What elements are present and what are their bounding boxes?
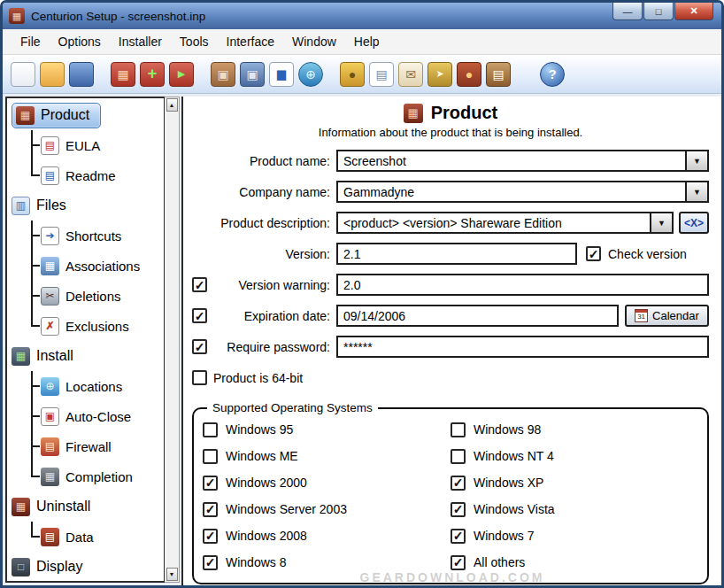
- sidebar-item-exclusions[interactable]: ✗ Exclusions: [7, 311, 164, 341]
- scroll-down-icon[interactable]: ▼: [166, 568, 178, 581]
- os-row: ✓ Windows 2000: [203, 469, 451, 496]
- sidebar-item-deletions[interactable]: ✂ Deletions: [7, 281, 164, 311]
- menu-options[interactable]: Options: [50, 31, 110, 52]
- version-input[interactable]: [336, 243, 577, 265]
- completion-icon: ▦: [41, 468, 59, 486]
- product-description-input[interactable]: [338, 213, 650, 232]
- os-row: Windows 98: [451, 416, 698, 443]
- os-label: Windows XP: [474, 476, 543, 490]
- website-icon[interactable]: ⊕: [298, 62, 323, 87]
- os-row: Windows 95: [203, 416, 451, 443]
- windows-me-checkbox[interactable]: [203, 449, 218, 464]
- sidebar-item-label: Firewall: [65, 439, 112, 454]
- locations-globe-icon: ⊕: [41, 377, 59, 396]
- sidebar-item-label: Uninstall: [36, 499, 90, 514]
- toolbar: ▦ + ▶ ▣ ▣ ▆ ⊕ ● ▤ ✉ ➤ ● ▤ ?: [3, 55, 721, 94]
- windows-7-checkbox[interactable]: ✓: [451, 529, 466, 544]
- sidebar-scrollbar[interactable]: ▲ ▼: [165, 97, 180, 583]
- shortcuts-icon: ➔: [41, 227, 59, 245]
- expiration-date-checkbox[interactable]: ✓: [192, 308, 207, 323]
- statistics-icon[interactable]: ▆: [269, 62, 294, 87]
- sidebar-item-uninstall[interactable]: ▦ Uninstall: [7, 491, 164, 522]
- sidebar-item-readme[interactable]: ▤ Readme: [7, 160, 164, 190]
- open-folder-icon[interactable]: [40, 62, 65, 87]
- compile-icon[interactable]: ▦: [111, 62, 135, 87]
- windows-2008-checkbox[interactable]: ✓: [203, 529, 218, 544]
- sidebar-item-label: Associations: [65, 259, 140, 274]
- maximize-button[interactable]: □: [643, 3, 674, 20]
- product-name-dropdown-icon[interactable]: ▼: [685, 151, 707, 170]
- windows-2000-checkbox[interactable]: ✓: [203, 476, 218, 491]
- menu-installer[interactable]: Installer: [110, 31, 171, 52]
- version-label: Version:: [213, 247, 330, 261]
- minimize-button[interactable]: —: [612, 3, 643, 20]
- windows-95-checkbox[interactable]: [203, 422, 218, 437]
- compile-add-icon[interactable]: +: [140, 62, 165, 87]
- help-icon[interactable]: ?: [540, 62, 565, 87]
- product-name-input[interactable]: [338, 151, 685, 170]
- sidebar-item-eula[interactable]: ▤ EULA: [7, 130, 164, 160]
- sidebar-item-label: Completion: [65, 469, 133, 484]
- archive-icon[interactable]: ●: [457, 62, 481, 87]
- sidebar-item-locations[interactable]: ⊕ Locations: [7, 371, 164, 401]
- insert-variable-button[interactable]: <X>: [679, 212, 709, 234]
- clipboard-icon[interactable]: ▤: [486, 62, 511, 87]
- require-password-checkbox[interactable]: ✓: [192, 339, 207, 354]
- password-input[interactable]: [336, 336, 709, 358]
- calendar-button[interactable]: 31 Calendar: [625, 305, 709, 327]
- menu-help[interactable]: Help: [345, 31, 389, 52]
- os-label: Windows ME: [226, 449, 298, 463]
- product-64bit-checkbox[interactable]: [192, 370, 207, 385]
- email-icon[interactable]: ✉: [398, 62, 423, 87]
- page-subtitle: Information about the product that is be…: [192, 126, 709, 139]
- os-label: Windows 2000: [226, 476, 307, 490]
- company-name-input[interactable]: [338, 182, 685, 201]
- calendar-icon-day: 31: [635, 313, 647, 321]
- backup-icon[interactable]: ▣: [240, 62, 265, 87]
- sidebar-item-data[interactable]: ▤ Data: [7, 522, 164, 552]
- sidebar-item-label: Data: [65, 530, 94, 545]
- menu-window[interactable]: Window: [283, 31, 345, 52]
- windows-xp-checkbox[interactable]: ✓: [451, 476, 466, 491]
- close-button[interactable]: ✕: [674, 3, 713, 20]
- sidebar-item-files[interactable]: ▥ Files: [7, 190, 164, 220]
- windows-nt4-checkbox[interactable]: [451, 449, 466, 464]
- sidebar-item-product[interactable]: ▦ Product: [7, 100, 164, 130]
- windows-server-2003-checkbox[interactable]: ✓: [203, 502, 218, 517]
- calendar-icon: 31: [635, 309, 648, 322]
- product-description-dropdown-icon[interactable]: ▼: [650, 213, 672, 232]
- company-name-dropdown-icon[interactable]: ▼: [685, 182, 707, 201]
- expiration-date-input[interactable]: [336, 305, 619, 327]
- windows-8-checkbox[interactable]: ✓: [203, 555, 218, 570]
- windows-98-checkbox[interactable]: [451, 422, 466, 437]
- menu-interface[interactable]: Interface: [218, 31, 283, 52]
- save-icon[interactable]: [69, 62, 94, 87]
- sidebar-item-shortcuts[interactable]: ➔ Shortcuts: [7, 220, 164, 251]
- scroll-up-icon[interactable]: ▲: [166, 98, 178, 112]
- lock-icon[interactable]: ●: [340, 62, 365, 87]
- sidebar-item-label: Files: [36, 197, 66, 213]
- check-version-checkbox[interactable]: ✓: [586, 246, 601, 261]
- new-file-icon[interactable]: [11, 62, 35, 87]
- sidebar-item-install[interactable]: ▦ Install: [7, 341, 164, 371]
- uninstall-icon: ▦: [12, 498, 30, 516]
- windows-vista-checkbox[interactable]: ✓: [451, 502, 466, 517]
- sidebar-item-display[interactable]: □ Display: [7, 552, 164, 582]
- sidebar-item-completion[interactable]: ▦ Completion: [7, 461, 164, 491]
- menu-file[interactable]: File: [12, 31, 50, 52]
- app-icon: ▦: [9, 8, 25, 24]
- all-others-checkbox[interactable]: ✓: [451, 555, 466, 570]
- key-icon[interactable]: ➤: [427, 62, 452, 87]
- sidebar-item-firewall[interactable]: ▤ Firewall: [7, 431, 164, 461]
- supported-os-groupbox: Supported Operating Systems Windows 95 W…: [192, 401, 709, 584]
- package-icon[interactable]: ▣: [211, 62, 235, 87]
- copy-icon[interactable]: ▤: [369, 62, 394, 87]
- menu-tools[interactable]: Tools: [171, 31, 218, 52]
- version-warning-checkbox[interactable]: ✓: [192, 277, 207, 292]
- sidebar-item-auto-close[interactable]: ▣ Auto-Close: [7, 401, 164, 431]
- menubar: File Options Installer Tools Interface W…: [3, 29, 721, 55]
- sidebar-item-label: Deletions: [65, 289, 121, 304]
- sidebar-item-associations[interactable]: ▦ Associations: [7, 251, 164, 281]
- version-warning-input[interactable]: [336, 274, 709, 296]
- compile-run-icon[interactable]: ▶: [169, 62, 194, 87]
